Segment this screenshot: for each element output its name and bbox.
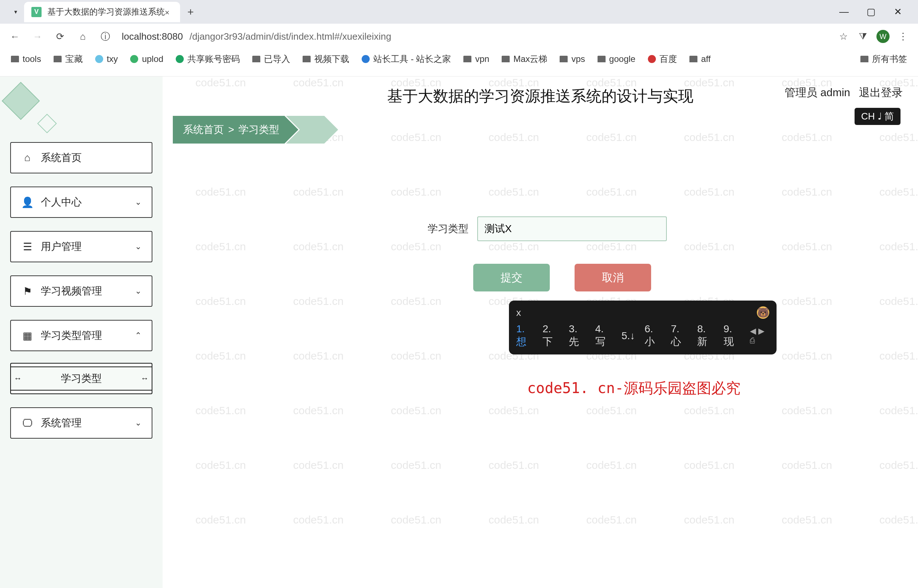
menu-label: 系统首页	[41, 151, 82, 165]
monitor-icon: 🖵	[21, 417, 34, 429]
user-area: 管理员 admin 退出登录	[785, 85, 903, 100]
profile-avatar[interactable]: W	[876, 30, 890, 43]
language-badge[interactable]: CH ♩ 简	[855, 108, 900, 125]
reload-icon[interactable]: ⟳	[54, 30, 66, 43]
close-window-icon[interactable]: ✕	[892, 6, 903, 18]
sidebar-item-home[interactable]: ⌂ 系统首页	[10, 142, 152, 173]
menu-label: 个人中心	[41, 195, 82, 209]
ime-input-row: x 🐻	[516, 306, 769, 319]
sidebar-item-learning-type[interactable]: ▦ 学习类型管理 ⌃	[10, 320, 152, 351]
minimize-icon[interactable]: —	[839, 6, 850, 18]
bookmark-item[interactable]: Max云梯	[502, 53, 547, 65]
bookmarks-bar: tools 宝藏 txy uplod 共享账号密码 已导入 视频下载 站长工具 …	[0, 49, 918, 69]
sidebar-item-users[interactable]: ☰ 用户管理 ⌄	[10, 231, 152, 262]
logout-link[interactable]: 退出登录	[859, 85, 903, 100]
sidebar-item-profile[interactable]: 👤 个人中心 ⌄	[10, 187, 152, 218]
tab-close-icon[interactable]: ×	[165, 8, 173, 16]
red-watermark: code51. cn-源码乐园盗图必究	[527, 378, 740, 398]
ime-emoji-icon[interactable]: 🐻	[757, 306, 769, 319]
folder-icon	[690, 56, 698, 62]
folder-icon	[11, 56, 19, 62]
tab-list-caret-icon[interactable]: ▾	[11, 7, 20, 17]
arrow-right-icon: ↔	[141, 374, 149, 383]
bookmark-item[interactable]: 百度	[648, 53, 677, 65]
bookmark-item[interactable]: 视频下载	[303, 53, 349, 65]
sidebar-item-videos[interactable]: ⚑ 学习视频管理 ⌄	[10, 275, 152, 307]
form-area: 学习类型 提交 取消	[163, 216, 918, 291]
grid-icon: ▦	[21, 330, 34, 342]
ime-candidate[interactable]: 2.下	[542, 323, 559, 349]
chevron-down-icon: ⌄	[135, 286, 141, 296]
ime-candidate[interactable]: 9.现	[724, 323, 740, 349]
ime-popup[interactable]: x 🐻 1.想 2.下 3.先 4.写 5.↓ 6.小 7.心 8.新 9.现 …	[509, 300, 777, 354]
url-host: localhost	[122, 31, 159, 42]
home-icon[interactable]: ⌂	[76, 30, 89, 43]
site-info-icon[interactable]: ⓘ	[99, 30, 112, 43]
url-path: /djangor3r93/admin/dist/index.html#/xuex…	[189, 31, 392, 42]
bookmark-item[interactable]: uplod	[130, 54, 164, 64]
url-port: :8080	[159, 31, 183, 42]
ime-candidate[interactable]: 5.↓	[622, 330, 635, 342]
sidebar-decoration-icon	[0, 73, 66, 146]
folder-icon	[597, 56, 606, 62]
folder-icon	[252, 56, 260, 62]
breadcrumb: 系统首页 > 学习类型	[163, 116, 918, 144]
all-bookmarks-button[interactable]: 所有书签	[860, 53, 907, 65]
star-icon[interactable]: ☆	[837, 30, 850, 43]
menu-label: 用户管理	[41, 240, 82, 254]
new-tab-button[interactable]: +	[188, 6, 194, 18]
breadcrumb-home[interactable]: 系统首页	[183, 123, 224, 137]
chevron-down-icon: ⌄	[135, 418, 141, 428]
breadcrumb-current: 学习类型	[238, 123, 279, 137]
bookmark-item[interactable]: txy	[95, 54, 118, 64]
main-content: 基于大数据的学习资源推送系统的设计与实现 管理员 admin 退出登录 CH ♩…	[163, 76, 918, 588]
site-icon	[130, 55, 138, 63]
page-title: 基于大数据的学习资源推送系统的设计与实现	[387, 86, 693, 107]
window-controls: — ▢ ✕	[839, 6, 918, 18]
site-icon	[362, 55, 370, 63]
ime-candidate[interactable]: 4.写	[595, 323, 612, 349]
browser-toolbar: ← → ⟳ ⌂ ⓘ localhost:8080/djangor3r93/adm…	[0, 24, 918, 49]
browser-tab[interactable]: V 基于大数据的学习资源推送系统 ×	[24, 2, 180, 22]
bookmark-item[interactable]: tools	[11, 54, 41, 64]
ime-candidate[interactable]: 8.新	[697, 323, 714, 349]
ime-candidates: 1.想 2.下 3.先 4.写 5.↓ 6.小 7.心 8.新 9.现 ◀ ▶ …	[516, 323, 769, 349]
ime-candidate[interactable]: 7.心	[671, 323, 688, 349]
ime-candidate[interactable]: 6.小	[644, 323, 661, 349]
learning-type-input[interactable]	[477, 216, 667, 241]
maximize-icon[interactable]: ▢	[866, 6, 876, 18]
bookmark-item[interactable]: 站长工具 - 站长之家	[362, 53, 451, 65]
bookmark-item[interactable]: 宝藏	[53, 53, 83, 65]
chevron-up-icon: ⌃	[135, 331, 141, 340]
bookmark-item[interactable]: 共享账号密码	[176, 53, 240, 65]
chevron-down-icon: ⌄	[135, 197, 141, 207]
menu-icon[interactable]: ⋮	[897, 30, 909, 43]
list-icon: ☰	[21, 241, 34, 253]
bookmark-item[interactable]: google	[597, 54, 635, 64]
bookmark-item[interactable]: vpn	[463, 54, 489, 64]
bookmark-item[interactable]: aff	[690, 54, 711, 64]
ime-candidate[interactable]: 1.想	[516, 323, 533, 349]
address-bar[interactable]: localhost:8080/djangor3r93/admin/dist/in…	[122, 31, 818, 42]
bookmark-item[interactable]: vps	[560, 54, 585, 64]
ime-candidate[interactable]: 3.先	[569, 323, 586, 349]
submit-button[interactable]: 提交	[473, 264, 550, 291]
home-menu-icon: ⌂	[21, 152, 34, 164]
sidebar: ⌂ 系统首页 👤 个人中心 ⌄ ☰ 用户管理 ⌄ ⚑ 学习视频管理 ⌄ ▦ 学习…	[0, 76, 163, 588]
breadcrumb-group: 系统首页 > 学习类型	[173, 116, 298, 144]
site-icon	[95, 55, 103, 63]
bookmark-item[interactable]: 已导入	[252, 53, 290, 65]
extensions-icon[interactable]: ⧩	[857, 30, 869, 43]
sidebar-sub-learning-type[interactable]: ↔ 学习类型 ↔	[10, 363, 152, 394]
site-icon	[176, 55, 184, 63]
back-icon[interactable]: ←	[9, 30, 21, 43]
arrow-left-icon: ↔	[14, 374, 22, 383]
ime-nav-icons[interactable]: ◀ ▶ ⎙	[750, 326, 769, 346]
forward-icon: →	[31, 30, 44, 43]
tab-title: 基于大数据的学习资源推送系统	[47, 6, 165, 18]
cancel-button[interactable]: 取消	[575, 264, 651, 291]
sidebar-item-system[interactable]: 🖵 系统管理 ⌄	[10, 407, 152, 439]
form-button-row: 提交 取消	[473, 264, 651, 291]
browser-chrome: ▾ V 基于大数据的学习资源推送系统 × + — ▢ ✕ ← → ⟳ ⌂ ⓘ l…	[0, 0, 918, 76]
form-label: 学习类型	[414, 222, 468, 236]
